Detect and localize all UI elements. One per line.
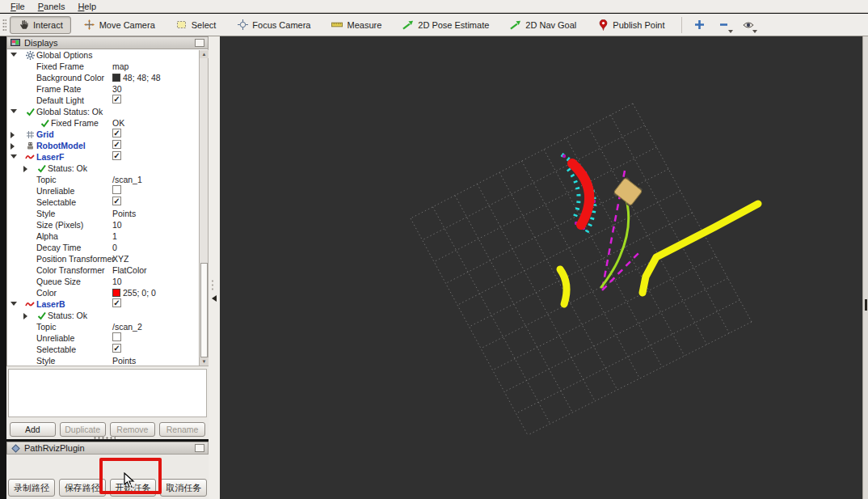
publish-point-button[interactable]: Publish Point [589, 16, 672, 34]
displays-scrollbar[interactable]: ▲ ▼ [199, 50, 208, 366]
property-value[interactable]: XYZ [112, 253, 129, 264]
tree-row-grid[interactable]: Grid✓ [7, 129, 208, 140]
property-value[interactable]: ✓ [112, 298, 121, 307]
tree-row-laser-f[interactable]: LaserF✓ [7, 151, 208, 163]
expander-right-icon[interactable] [11, 143, 15, 150]
displays-titlebar[interactable]: Displays [6, 36, 209, 49]
tree-row-laserf-topic[interactable]: Topic/scan_1 [7, 174, 208, 185]
tree-row-laserb-status[interactable]: Status: Ok [7, 310, 208, 321]
remove-button[interactable]: Remove [110, 422, 156, 437]
remove-tool-button[interactable] [714, 16, 734, 34]
add-button[interactable]: Add [10, 422, 56, 437]
visibility-tool-button[interactable] [739, 16, 758, 34]
expander-right-icon[interactable] [23, 166, 27, 172]
tree-row-laserf-size[interactable]: Size (Pixels)10 [7, 219, 208, 230]
focus-camera-button[interactable]: Focus Camera [229, 16, 318, 34]
property-value[interactable]: 1 [112, 230, 117, 242]
tree-row-laserf-alpha[interactable]: Alpha1 [7, 230, 208, 242]
tree-row-laserf-col-transformer[interactable]: Color TransformerFlatColor [7, 264, 208, 276]
expander-down-icon[interactable] [11, 109, 17, 113]
checkbox-checked[interactable]: ✓ [112, 344, 121, 353]
tree-row-laserf-queue-size[interactable]: Queue Size10 [7, 276, 208, 287]
scrollbar-thumb[interactable] [200, 263, 208, 357]
duplicate-button[interactable]: Duplicate [60, 422, 106, 437]
checkbox-checked[interactable]: ✓ [112, 298, 121, 307]
expander-right-icon[interactable] [11, 132, 15, 138]
property-value[interactable]: 10 [112, 276, 122, 287]
expander-right-icon[interactable] [23, 313, 27, 319]
tree-row-global-options[interactable]: Global Options [7, 49, 208, 61]
property-value[interactable]: Points [112, 355, 136, 366]
tree-row-laser-b[interactable]: LaserB✓ [7, 298, 208, 310]
3d-viewport[interactable] [220, 36, 862, 499]
tree-row-laserf-pos-transformer[interactable]: Position TransformerXYZ [7, 253, 208, 264]
tree-row-background-color[interactable]: Background Color48; 48; 48 [7, 72, 208, 83]
property-value[interactable]: ✓ [112, 140, 121, 149]
property-value[interactable]: ✓ [112, 129, 121, 137]
property-value[interactable]: map [112, 61, 129, 72]
add-tool-button[interactable] [690, 16, 710, 34]
property-value[interactable]: ✓ [112, 344, 121, 353]
tree-row-laserf-style[interactable]: StylePoints [7, 208, 208, 219]
tree-row-default-light[interactable]: Default Light✓ [7, 95, 208, 106]
tree-row-laserb-topic[interactable]: Topic/scan_2 [7, 321, 208, 332]
displays-float-button[interactable] [195, 39, 204, 47]
property-value[interactable]: ✓ [112, 151, 121, 160]
checkbox-checked[interactable]: ✓ [112, 129, 121, 137]
property-value[interactable]: 255; 0; 0 [112, 287, 156, 298]
property-value[interactable]: /scan_1 [112, 174, 142, 185]
panel-splitter[interactable] [209, 36, 220, 499]
path-panel-float-button[interactable] [195, 444, 204, 452]
property-value[interactable]: 10 [112, 219, 122, 230]
checkbox-unchecked[interactable] [112, 332, 121, 341]
property-value[interactable] [112, 185, 121, 194]
tree-row-laserf-color[interactable]: Color255; 0; 0 [7, 287, 208, 298]
color-swatch[interactable] [112, 289, 120, 297]
menu-file[interactable]: File [5, 1, 31, 12]
measure-button[interactable]: Measure [323, 16, 390, 34]
tree-row-fixed-frame-status[interactable]: Fixed FrameOK [7, 117, 208, 129]
tree-row-robot-model[interactable]: RobotModel✓ [7, 140, 208, 151]
nav-goal-button[interactable]: 2D Nav Goal [502, 16, 584, 34]
property-value[interactable]: ✓ [112, 197, 121, 205]
tree-row-laserf-selectable[interactable]: Selectable✓ [7, 197, 208, 208]
property-value[interactable]: 0 [112, 242, 117, 253]
color-swatch[interactable] [112, 74, 120, 82]
property-value[interactable]: FlatColor [112, 264, 147, 276]
collapse-right-handle[interactable] [865, 299, 867, 311]
expander-down-icon[interactable] [11, 302, 17, 306]
scroll-down-icon[interactable]: ▼ [200, 357, 209, 366]
property-value[interactable]: /scan_2 [112, 321, 142, 332]
property-value[interactable]: OK [112, 117, 124, 129]
checkbox-checked[interactable]: ✓ [112, 95, 121, 104]
select-button[interactable]: Select [168, 16, 225, 34]
pose-estimate-button[interactable]: 2D Pose Estimate [394, 16, 497, 34]
move-camera-button[interactable]: Move Camera [76, 16, 163, 34]
checkbox-checked[interactable]: ✓ [112, 151, 121, 160]
tree-row-global-status[interactable]: Global Status: Ok [7, 106, 208, 117]
tree-row-laserf-decay[interactable]: Decay Time0 [7, 242, 208, 253]
menu-panels[interactable]: Panels [32, 1, 71, 12]
record-path-button[interactable]: 录制路径 [8, 479, 55, 497]
property-value[interactable]: 48; 48; 48 [112, 72, 161, 83]
dock-splitter-handle[interactable] [93, 437, 116, 439]
interact-button[interactable]: Interact [10, 16, 71, 34]
tree-row-fixed-frame[interactable]: Fixed Framemap [7, 61, 208, 72]
checkbox-checked[interactable]: ✓ [112, 197, 121, 205]
tree-row-frame-rate[interactable]: Frame Rate30 [7, 83, 208, 95]
property-value[interactable]: 30 [112, 83, 122, 95]
tree-row-laserf-unreliable[interactable]: Unreliable [7, 185, 208, 197]
cancel-task-button[interactable]: 取消任务 [160, 479, 207, 497]
right-collapsed-panel-strip[interactable] [862, 36, 868, 499]
tree-row-laserb-unreliable[interactable]: Unreliable [7, 332, 208, 344]
scroll-up-icon[interactable]: ▲ [200, 50, 209, 58]
tree-row-laserb-selectable[interactable]: Selectable✓ [7, 344, 208, 355]
tree-row-laserf-status[interactable]: Status: Ok [7, 163, 208, 174]
checkbox-checked[interactable]: ✓ [112, 140, 121, 149]
collapse-left-icon[interactable] [212, 295, 217, 302]
toolbar-drag-handle[interactable] [2, 19, 6, 32]
property-value[interactable]: ✓ [112, 95, 121, 104]
expander-down-icon[interactable] [11, 53, 17, 57]
property-value[interactable] [112, 332, 121, 341]
property-value[interactable]: Points [112, 208, 136, 219]
